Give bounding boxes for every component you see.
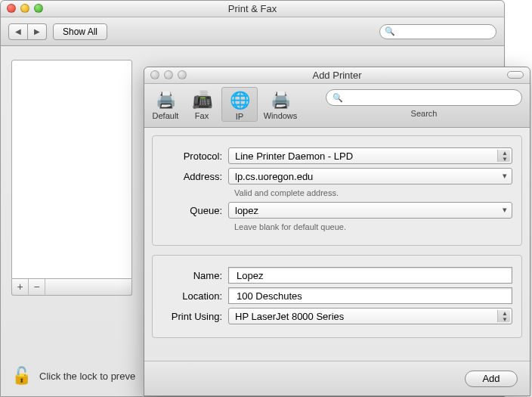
- add-printer-button[interactable]: +: [12, 279, 29, 295]
- address-label: Address:: [162, 171, 228, 182]
- name-input[interactable]: [235, 269, 496, 282]
- tab-ip[interactable]: 🌐 IP: [221, 87, 258, 122]
- tab-default[interactable]: 🖨️ Default: [147, 87, 184, 120]
- protocol-label: Protocol:: [162, 150, 228, 162]
- tab-fax[interactable]: 📠 Fax: [184, 87, 220, 120]
- toolbar: 🖨️ Default 📠 Fax 🌐 IP 🖨️ Windows 🔍 Searc…: [144, 84, 530, 128]
- printer-icon: 🖨️: [147, 88, 184, 111]
- search-field[interactable]: 🔍: [326, 89, 522, 106]
- name-field[interactable]: [228, 267, 512, 284]
- window-title: Print & Fax: [228, 3, 277, 14]
- search-icon: 🔍: [332, 93, 343, 103]
- queue-hint: Leave blank for default queue.: [234, 222, 512, 231]
- queue-value: lopez: [235, 205, 258, 216]
- close-icon[interactable]: [7, 4, 16, 13]
- toolbar-toggle-button[interactable]: [507, 71, 524, 79]
- identity-group: Name: Location: Print Using:: [152, 255, 522, 338]
- lock-text: Click the lock to preve: [39, 371, 135, 382]
- back-button[interactable]: ◀: [8, 23, 28, 40]
- titlebar: Add Printer: [144, 67, 530, 84]
- nav-buttons: ◀ ▶: [8, 23, 47, 40]
- lock-row: 🔓 Click the lock to preve: [11, 366, 135, 386]
- globe-icon: 🌐: [222, 89, 257, 112]
- queue-field[interactable]: lopez: [228, 202, 512, 219]
- toolbar-search: 🔍 Search: [326, 87, 522, 118]
- traffic-lights: [7, 4, 43, 13]
- print-using-value: HP LaserJet 8000 Series: [235, 311, 344, 322]
- minimize-icon[interactable]: [164, 70, 173, 79]
- address-field[interactable]: lp.cs.uoregon.edu: [228, 168, 512, 185]
- footer: Add: [144, 361, 530, 395]
- search-label: Search: [411, 109, 438, 118]
- search-input[interactable]: [346, 91, 515, 104]
- tab-label: Fax: [184, 111, 220, 120]
- location-field[interactable]: [228, 287, 512, 304]
- close-icon[interactable]: [150, 70, 159, 79]
- search-icon: 🔍: [385, 26, 395, 36]
- windows-printer-icon: 🖨️: [259, 88, 302, 111]
- connection-group: Protocol: Line Printer Daemon - LPD ▲▼ A…: [152, 135, 522, 246]
- toolbar: ◀ ▶ Show All 🔍: [1, 17, 504, 46]
- tab-label: Windows: [259, 111, 302, 120]
- chevron-left-icon: ◀: [15, 27, 21, 36]
- location-label: Location:: [162, 290, 228, 302]
- location-input[interactable]: [235, 290, 496, 302]
- chevron-right-icon: ▶: [34, 27, 40, 36]
- protocol-value: Line Printer Daemon - LPD: [235, 150, 353, 162]
- address-value: lp.cs.uoregon.edu: [235, 171, 313, 182]
- forward-button[interactable]: ▶: [28, 23, 47, 40]
- tab-windows[interactable]: 🖨️ Windows: [259, 87, 302, 120]
- queue-label: Queue:: [162, 205, 228, 216]
- zoom-icon[interactable]: [34, 4, 43, 13]
- print-using-popup[interactable]: HP LaserJet 8000 Series ▲▼: [228, 308, 512, 324]
- printer-list[interactable]: [11, 60, 132, 279]
- zoom-icon[interactable]: [178, 70, 187, 79]
- printer-list-footer: + −: [11, 279, 132, 296]
- popup-arrows-icon: ▲▼: [502, 311, 508, 323]
- search-field[interactable]: 🔍: [379, 24, 496, 39]
- print-using-label: Print Using:: [162, 311, 228, 322]
- add-button[interactable]: Add: [465, 371, 518, 387]
- fax-icon: 📠: [184, 88, 220, 111]
- titlebar: Print & Fax: [1, 1, 504, 17]
- form: Protocol: Line Printer Daemon - LPD ▲▼ A…: [152, 135, 522, 358]
- tab-label: Default: [147, 111, 184, 120]
- tab-label: IP: [222, 112, 257, 121]
- show-all-button[interactable]: Show All: [53, 23, 107, 40]
- search-input[interactable]: [398, 26, 515, 38]
- window-title: Add Printer: [312, 70, 361, 81]
- traffic-lights: [150, 70, 187, 79]
- popup-arrows-icon: ▲▼: [502, 150, 508, 163]
- lock-icon[interactable]: 🔓: [11, 366, 32, 386]
- protocol-popup[interactable]: Line Printer Daemon - LPD ▲▼: [228, 147, 512, 164]
- remove-printer-button[interactable]: −: [29, 279, 45, 295]
- address-hint: Valid and complete address.: [234, 188, 512, 197]
- minimize-icon[interactable]: [20, 4, 29, 13]
- name-label: Name:: [162, 270, 228, 281]
- add-printer-window: Add Printer 🖨️ Default 📠 Fax 🌐 IP 🖨️ Win…: [144, 67, 530, 396]
